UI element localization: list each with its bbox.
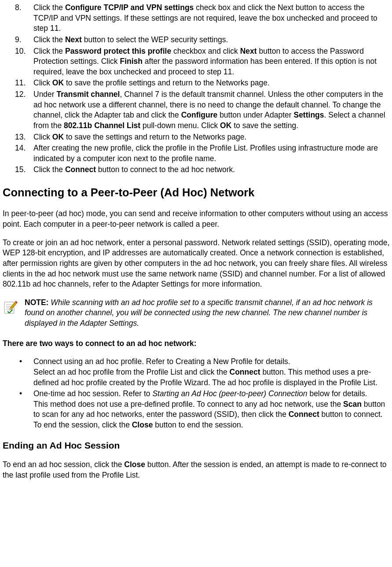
heading-ending: Ending an Ad Hoc Session: [3, 439, 390, 452]
step-num: 15.: [15, 165, 30, 175]
step-num: 8.: [15, 3, 30, 13]
bold: Connect: [230, 368, 260, 376]
step-text: button to select the WEP security settin…: [82, 35, 228, 44]
note-text: NOTE: While scanning with an ad hoc prof…: [25, 298, 390, 329]
step-num: 9.: [15, 35, 30, 45]
step-9: 9.Click the Next button to select the WE…: [33, 35, 390, 45]
bold: Next: [65, 35, 82, 44]
bold: Scan: [343, 400, 362, 409]
step-text: to save the profile settings and return …: [64, 78, 270, 87]
bold: OK: [220, 121, 231, 130]
bullet-text: This method does not use a pre-defined p…: [33, 400, 343, 409]
instruction-list: 8.Click the Configure TCP/IP and VPN set…: [3, 3, 390, 175]
note-box: NOTE: While scanning with an ad hoc prof…: [3, 298, 390, 329]
step-text: to save the settings and return to the N…: [64, 133, 246, 141]
bold: Connect: [65, 165, 96, 174]
bold: Close: [124, 460, 145, 469]
paragraph: In peer-to-peer (ad hoc) mode, you can s…: [3, 209, 390, 229]
step-text: Click the: [33, 35, 65, 44]
bullet-text: below for details.: [308, 389, 367, 398]
bold: Configure TCP/IP and VPN settings: [65, 3, 194, 12]
paragraph-ending: To end an ad hoc session, click the Clos…: [3, 460, 390, 480]
bullet-text: Connect using an ad hoc profile. Refer t…: [33, 357, 290, 366]
step-8: 8.Click the Configure TCP/IP and VPN set…: [33, 3, 390, 34]
step-text: button to connect to the ad hoc network.: [96, 165, 235, 174]
step-15: 15.Click the Connect button to connect t…: [33, 165, 390, 175]
heading-connecting: Connecting to a Peer-to-Peer (Ad Hoc) Ne…: [3, 185, 390, 200]
bold: 802.11b Channel List: [64, 121, 140, 130]
step-num: 11.: [15, 78, 30, 88]
bold: Connect: [289, 410, 319, 419]
step-13: 13.Click OK to save the settings and ret…: [33, 132, 390, 143]
bold: OK: [52, 78, 64, 87]
bold: Settings: [293, 110, 324, 119]
step-text: Click the: [33, 47, 65, 55]
step-text: pull-down menu. Click: [140, 121, 220, 130]
step-text: Under: [33, 90, 57, 99]
bullet-text: Select an ad hoc profile from the Profil…: [33, 368, 230, 376]
bullet-list: Connect using an ad hoc profile. Refer t…: [3, 357, 390, 430]
bold: Transmit channel: [57, 90, 120, 99]
step-num: 10.: [15, 46, 30, 57]
bold: OK: [52, 133, 64, 141]
note-body: While scanning with an ad hoc profile se…: [25, 298, 373, 328]
step-11: 11.Click OK to save the profile settings…: [33, 78, 390, 88]
step-text: button under Adapter: [217, 110, 293, 119]
bold: Configure: [181, 110, 218, 119]
step-14: 14.After creating the new profile, click…: [33, 143, 390, 164]
bullet-text: One-time ad hoc session. Refer to: [33, 389, 152, 398]
step-text: checkbox and click: [171, 47, 240, 55]
bullet-text: button to end the session.: [153, 420, 243, 429]
step-text: Click: [33, 133, 52, 141]
step-text: Click the: [33, 3, 65, 12]
subheading-twoways: There are two ways to connect to an ad h…: [3, 339, 390, 349]
bold: Close: [132, 420, 153, 429]
bold: Next: [240, 47, 257, 55]
bullet-item: Connect using an ad hoc profile. Refer t…: [33, 357, 390, 388]
step-num: 14.: [15, 143, 30, 154]
step-text: to save the setting.: [231, 121, 298, 130]
step-text: Click: [33, 78, 52, 87]
step-num: 12.: [15, 89, 30, 100]
bullet-item: One-time ad hoc session. Refer to Starti…: [33, 389, 390, 431]
note-pencil-icon: [3, 299, 18, 315]
step-num: 13.: [15, 132, 30, 143]
note-label: NOTE:: [25, 298, 48, 307]
step-12: 12.Under Transmit channel, Channel 7 is …: [33, 89, 390, 131]
text: To end an ad hoc session, click the: [3, 460, 124, 469]
paragraph: To create or join an ad hoc network, ent…: [3, 238, 390, 290]
bold: Password protect this profile: [65, 47, 171, 55]
bold: Finish: [120, 57, 143, 66]
step-text: Click the: [33, 165, 65, 174]
step-10: 10.Click the Password protect this profi…: [33, 46, 390, 77]
italic: Starting an Ad Hoc (peer-to-peer) Connec…: [152, 389, 307, 398]
step-text: After creating the new profile, click th…: [33, 144, 378, 163]
